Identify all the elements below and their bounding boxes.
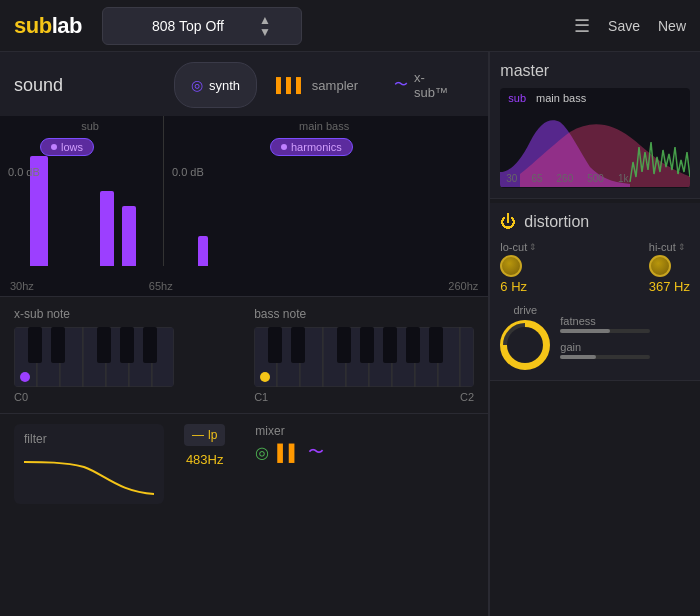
distortion-title: distortion — [524, 213, 589, 231]
distortion-section: ⏻ distortion lo-cut ⇕ 6 Hz hi-cut ⇕ — [490, 203, 700, 381]
preset-selector[interactable]: 808 Top Off ▲▼ — [102, 7, 302, 45]
spectrum-section-labels: sub main bass — [0, 116, 488, 136]
fatness-slider[interactable] — [560, 329, 650, 333]
bass-note-names: C1 C2 — [254, 391, 474, 403]
logo: sublab — [14, 13, 82, 39]
xsub-note-names: C0 — [14, 391, 174, 403]
bass-piano-svg — [254, 327, 474, 387]
main-bass-section-label: main bass — [170, 120, 478, 132]
logo-lab: lab — [52, 13, 82, 38]
svg-rect-23 — [268, 327, 282, 363]
master-freq-500: 500 — [587, 173, 604, 184]
lo-cut-label: lo-cut ⇕ — [500, 241, 537, 253]
hi-cut-label: hi-cut ⇕ — [649, 241, 690, 253]
hi-cut-value: 367 Hz — [649, 279, 690, 294]
drive-knob-inner — [507, 327, 543, 363]
filter-freq-display: 483Hz — [184, 452, 225, 467]
hi-cut-group: hi-cut ⇕ 367 Hz — [649, 241, 690, 294]
svg-rect-24 — [291, 327, 305, 363]
spectrum-divider — [163, 116, 164, 266]
lo-cut-knob[interactable] — [500, 255, 522, 277]
master-chart: sub main bass 30 65 260 500 1 — [500, 88, 690, 188]
preset-name: 808 Top Off — [117, 18, 259, 34]
xsub-piano-roll[interactable] — [14, 327, 174, 387]
master-freq-1k: 1k — [618, 173, 629, 184]
harmonics-pill[interactable]: harmonics — [270, 138, 353, 156]
master-freq-260: 260 — [557, 173, 574, 184]
svg-rect-25 — [337, 327, 351, 363]
mixer-synth-icon[interactable]: ◎ — [255, 443, 269, 462]
svg-rect-8 — [51, 327, 65, 363]
mixer-sampler-icon[interactable]: ▌▌ — [277, 444, 300, 462]
freq-260hz: 260hz — [448, 280, 478, 292]
tab-sampler[interactable]: ▌▌▌ sampler — [259, 62, 375, 108]
gain-row: gain — [560, 341, 690, 359]
fatness-fill — [560, 329, 610, 333]
sound-header: sound ◎ synth ▌▌▌ sampler 〜 x-sub™ — [0, 52, 488, 108]
filter-box: filter — [14, 424, 164, 504]
save-button[interactable]: Save — [608, 18, 640, 34]
mixer-controls: — lp 483Hz — [184, 424, 225, 467]
svg-rect-10 — [120, 327, 134, 363]
bass-piano-roll[interactable] — [254, 327, 474, 387]
drive-knob[interactable] — [500, 320, 550, 370]
logo-sub: sub — [14, 13, 52, 38]
sub-section-label: sub — [10, 120, 170, 132]
xsub-note-group: x-sub note — [14, 307, 234, 403]
lp-selector[interactable]: — lp — [184, 424, 225, 446]
freq-30hz: 30hz — [10, 280, 34, 292]
power-icon[interactable]: ⏻ — [500, 213, 516, 231]
mixer-section: mixer ◎ ▌▌ 〜 — [255, 424, 324, 463]
tab-sampler-label: sampler — [312, 78, 358, 93]
mixer-label: mixer — [255, 424, 324, 438]
fatness-label: fatness — [560, 315, 690, 327]
gain-fill — [560, 355, 596, 359]
tab-synth[interactable]: ◎ synth — [174, 62, 257, 108]
svg-point-30 — [260, 372, 270, 382]
right-panel: master sub main bass 30 65 — [490, 52, 700, 616]
drive-group: drive — [500, 304, 550, 370]
svg-rect-9 — [97, 327, 111, 363]
harmonics-dot-icon — [281, 144, 287, 150]
harmonics-label: harmonics — [291, 141, 342, 153]
lows-pill[interactable]: lows — [40, 138, 94, 156]
cut-row: lo-cut ⇕ 6 Hz hi-cut ⇕ 367 Hz — [500, 241, 690, 294]
svg-rect-29 — [429, 327, 443, 363]
xsub-piano-svg — [14, 327, 174, 387]
drive-label: drive — [513, 304, 537, 316]
spectrum-area: sub main bass lows harmonics 0.0 dB 0.0 … — [0, 116, 488, 296]
filter-label: filter — [24, 432, 154, 446]
master-title: master — [500, 62, 690, 80]
notes-section: x-sub note — [0, 297, 488, 414]
xsub-icon: 〜 — [394, 76, 408, 94]
db-label-left: 0.0 dB — [8, 166, 40, 178]
svg-rect-28 — [406, 327, 420, 363]
menu-icon[interactable]: ☰ — [574, 15, 590, 37]
lows-label: lows — [61, 141, 83, 153]
new-button[interactable]: New — [658, 18, 686, 34]
sound-title: sound — [14, 75, 154, 96]
tab-xsub-label: x-sub™ — [414, 70, 457, 100]
left-panel: sound ◎ synth ▌▌▌ sampler 〜 x-sub™ — [0, 52, 489, 616]
svg-rect-7 — [28, 327, 42, 363]
gain-slider[interactable] — [560, 355, 650, 359]
synth-icon: ◎ — [191, 77, 203, 93]
bass-note-label: bass note — [254, 307, 474, 321]
xsub-note-c0: C0 — [14, 391, 28, 403]
fatness-gain-group: fatness gain — [560, 315, 690, 359]
tabs: ◎ synth ▌▌▌ sampler 〜 x-sub™ — [174, 62, 474, 108]
header: sublab 808 Top Off ▲▼ ☰ Save New — [0, 0, 700, 52]
master-freq-30: 30 — [506, 173, 517, 184]
svg-rect-26 — [360, 327, 374, 363]
mixer-icons: ◎ ▌▌ 〜 — [255, 442, 324, 463]
tab-xsub[interactable]: 〜 x-sub™ — [377, 62, 474, 108]
bar-2 — [100, 191, 114, 266]
hi-cut-knob[interactable] — [649, 255, 671, 277]
sound-section: sound ◎ synth ▌▌▌ sampler 〜 x-sub™ — [0, 52, 488, 297]
db-label-mid: 0.0 dB — [172, 166, 204, 178]
lo-cut-value: 6 Hz — [500, 279, 537, 294]
mixer-xsub-icon[interactable]: 〜 — [308, 442, 324, 463]
preset-arrows-icon: ▲▼ — [259, 14, 271, 38]
svg-point-12 — [20, 372, 30, 382]
header-actions: ☰ Save New — [574, 15, 686, 37]
